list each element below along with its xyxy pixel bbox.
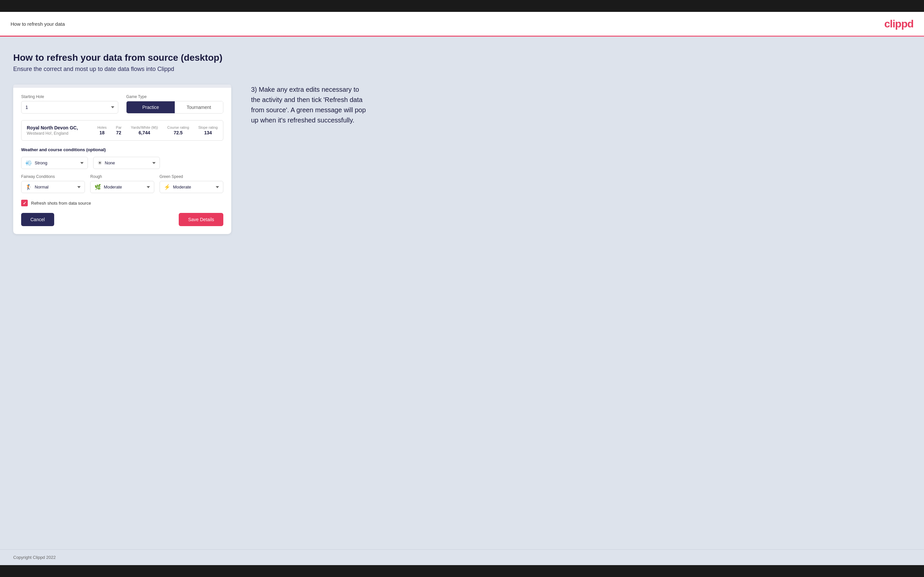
top-bar xyxy=(0,0,924,12)
stat-yards: Yards/White (M)) 6,744 xyxy=(131,126,158,135)
par-value: 72 xyxy=(116,130,121,135)
fairway-group-wrapper: Fairway Conditions 🏌 Normal Soft Hard xyxy=(21,174,85,193)
refresh-checkbox[interactable] xyxy=(21,200,28,206)
slope-rating-label: Slope rating xyxy=(198,126,218,129)
green-speed-select[interactable]: Moderate Slow Fast xyxy=(173,185,219,190)
page-heading: How to refresh your data from source (de… xyxy=(13,53,911,63)
header-title: How to refresh your data xyxy=(11,21,65,27)
fairway-select[interactable]: Normal Soft Hard xyxy=(35,185,81,190)
course-header: Royal North Devon GC, Westward Ho!, Engl… xyxy=(27,125,218,136)
course-name: Royal North Devon GC, xyxy=(27,125,78,131)
practice-button[interactable]: Practice xyxy=(126,102,175,113)
fairway-label: Fairway Conditions xyxy=(21,174,85,179)
tournament-button[interactable]: Tournament xyxy=(175,102,223,113)
button-row: Cancel Save Details xyxy=(21,213,223,226)
rough-group-wrapper: Rough 🌿 Moderate Light Heavy xyxy=(90,174,154,193)
wind-group: 💨 Wind Strong Light Moderate None xyxy=(21,157,88,169)
green-speed-group: ⚡ Moderate Slow Fast xyxy=(160,181,223,193)
rain-icon: ☀ xyxy=(97,160,102,166)
holes-value: 18 xyxy=(97,130,107,135)
form-row-top: Starting Hole 1 10 Game Type Practice To… xyxy=(21,94,223,114)
yards-label: Yards/White (M)) xyxy=(131,126,158,129)
refresh-label: Refresh shots from data source xyxy=(31,201,91,206)
main-content: How to refresh your data from source (de… xyxy=(0,37,924,549)
content-row: Starting Hole 1 10 Game Type Practice To… xyxy=(13,84,911,234)
wind-icon: 💨 xyxy=(26,160,32,166)
slope-rating-value: 134 xyxy=(198,130,218,135)
green-speed-label: Green Speed xyxy=(160,174,223,179)
wind-rain-row: 💨 Wind Strong Light Moderate None ☀ Rain… xyxy=(21,157,223,169)
course-location: Westward Ho!, England xyxy=(27,131,78,136)
rough-group: 🌿 Moderate Light Heavy xyxy=(90,181,154,193)
footer: Copyright Clippd 2022 xyxy=(0,549,924,565)
starting-hole-select[interactable]: 1 10 xyxy=(21,101,118,114)
rough-select[interactable]: Moderate Light Heavy xyxy=(104,185,150,190)
par-label: Par xyxy=(116,126,121,129)
stat-course-rating: Course rating 72.5 xyxy=(167,126,189,135)
side-text-content: 3) Make any extra edits necessary to the… xyxy=(251,84,370,126)
game-type-label: Game Type xyxy=(126,94,223,99)
green-speed-group-wrapper: Green Speed ⚡ Moderate Slow Fast xyxy=(160,174,223,193)
stat-par: Par 72 xyxy=(116,126,121,135)
conditions-title: Weather and course conditions (optional) xyxy=(21,147,223,152)
stat-slope-rating: Slope rating 134 xyxy=(198,126,218,135)
refresh-row: Refresh shots from data source xyxy=(21,200,223,206)
rain-group: ☀ Rain None Light Heavy xyxy=(93,157,160,169)
course-rating-label: Course rating xyxy=(167,126,189,129)
header: How to refresh your data clippd xyxy=(0,12,924,35)
cancel-button[interactable]: Cancel xyxy=(21,213,54,226)
starting-hole-group: Starting Hole 1 10 xyxy=(21,94,118,114)
card-top-bar xyxy=(13,84,231,88)
starting-hole-label: Starting Hole xyxy=(21,94,118,99)
course-details: Royal North Devon GC, Westward Ho!, Engl… xyxy=(27,125,78,136)
game-type-group: Game Type Practice Tournament xyxy=(126,94,223,114)
game-type-toggle: Practice Tournament xyxy=(126,101,223,114)
rain-select[interactable]: None Light Heavy xyxy=(105,160,156,165)
save-button[interactable]: Save Details xyxy=(179,213,223,226)
course-stats: Holes 18 Par 72 Yards/White (M)) 6,744 xyxy=(97,126,218,135)
course-rating-value: 72.5 xyxy=(167,130,189,135)
fairway-icon: 🏌 xyxy=(26,184,32,190)
form-card: Starting Hole 1 10 Game Type Practice To… xyxy=(13,84,231,234)
fairway-group: 🏌 Normal Soft Hard xyxy=(21,181,85,193)
fairway-rough-green-row: Fairway Conditions 🏌 Normal Soft Hard Ro… xyxy=(21,174,223,193)
side-text: 3) Make any extra edits necessary to the… xyxy=(251,84,370,126)
rough-icon: 🌿 xyxy=(94,184,101,190)
stat-holes: Holes 18 xyxy=(97,126,107,135)
holes-label: Holes xyxy=(97,126,107,129)
yards-value: 6,744 xyxy=(131,130,158,135)
starting-hole-wrapper: 1 10 xyxy=(21,101,118,114)
bottom-bar xyxy=(0,565,924,577)
wind-select[interactable]: Strong Light Moderate None xyxy=(35,160,84,165)
page-subheading: Ensure the correct and most up to date d… xyxy=(13,66,911,73)
copyright: Copyright Clippd 2022 xyxy=(13,555,56,560)
green-speed-icon: ⚡ xyxy=(164,184,170,190)
logo: clippd xyxy=(884,18,913,30)
rough-label: Rough xyxy=(90,174,154,179)
course-info: Royal North Devon GC, Westward Ho!, Engl… xyxy=(21,120,223,140)
